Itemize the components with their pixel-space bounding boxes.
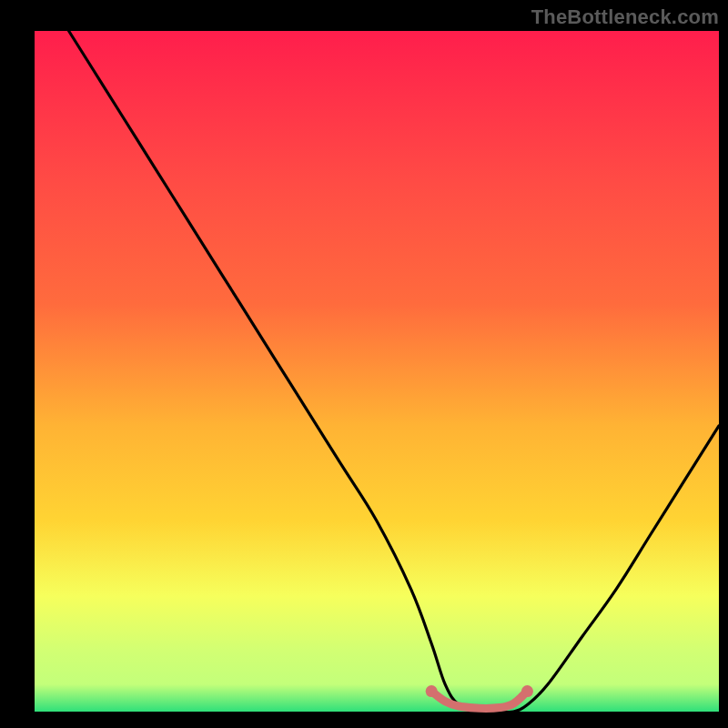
bottleneck-chart bbox=[0, 0, 728, 728]
optimal-range-start-dot bbox=[426, 685, 438, 697]
plot-background bbox=[35, 31, 719, 712]
optimal-range-end-dot bbox=[521, 685, 533, 697]
watermark-text: TheBottleneck.com bbox=[531, 5, 719, 29]
chart-frame: TheBottleneck.com bbox=[0, 0, 728, 728]
